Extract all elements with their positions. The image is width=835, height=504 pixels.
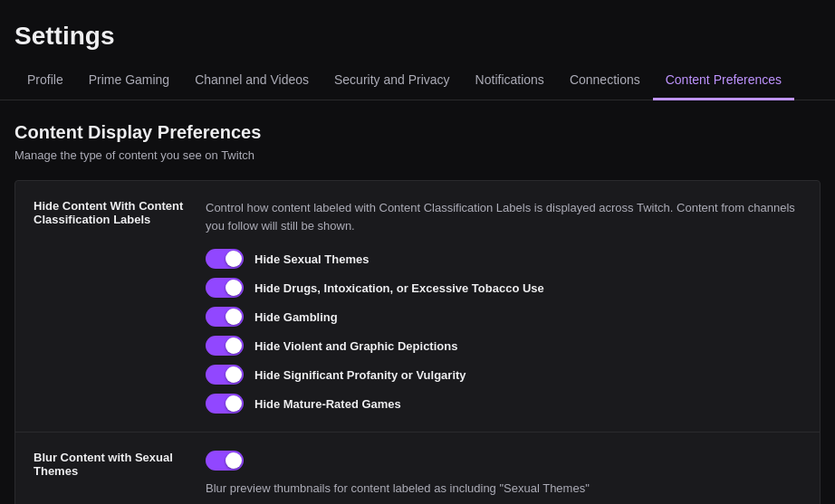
classification-labels-heading: Hide Content With Content Classification… [34,199,206,414]
blur-content-heading: Blur Content with Sexual Themes [34,451,206,498]
nav-tabs: Profile Prime Gaming Channel and Videos … [0,62,835,100]
section-subtitle: Manage the type of content you see on Tw… [14,148,821,162]
toggle-label-mature-games: Hide Mature-Rated Games [254,397,401,411]
toggle-track [206,249,244,269]
toggle-thumb [226,251,242,267]
toggle-hide-mature-games[interactable] [206,394,244,414]
tab-profile[interactable]: Profile [14,62,76,100]
toggle-hide-sexual-themes[interactable] [206,249,244,269]
toggle-label-violent: Hide Violent and Graphic Depictions [254,339,457,353]
classification-labels-row: Hide Content With Content Classification… [15,181,820,433]
tab-content-preferences[interactable]: Content Preferences [653,62,794,100]
content-area: Content Display Preferences Manage the t… [0,100,835,504]
toggle-thumb [226,366,242,383]
blur-content-row: Blur Content with Sexual Themes Blur pre… [15,433,820,504]
tab-notifications[interactable]: Notifications [463,62,557,100]
classification-description: Control how content labeled with Content… [206,199,801,234]
tab-prime-gaming[interactable]: Prime Gaming [76,62,182,100]
blur-controls: Blur preview thumbnails for content labe… [206,451,801,498]
toggle-row-mature-games: Hide Mature-Rated Games [206,394,801,414]
toggle-thumb [226,280,242,296]
classification-controls: Control how content labeled with Content… [206,199,801,414]
toggle-hide-drugs[interactable] [206,278,244,298]
tab-connections[interactable]: Connections [557,62,653,100]
toggle-label-drugs: Hide Drugs, Intoxication, or Excessive T… [254,281,544,295]
toggle-row-violent: Hide Violent and Graphic Depictions [206,336,801,356]
toggle-thumb [226,395,242,412]
toggle-thumb [226,452,242,469]
toggle-thumb [226,309,242,325]
blur-description: Blur preview thumbnails for content labe… [206,480,801,498]
toggle-track [206,278,244,298]
tab-security-and-privacy[interactable]: Security and Privacy [322,62,463,100]
page-title: Settings [14,22,821,51]
settings-card-classification: Hide Content With Content Classification… [14,180,821,504]
toggle-track [206,307,244,327]
toggle-label-profanity: Hide Significant Profanity or Vulgarity [254,368,466,382]
toggle-label-gambling: Hide Gambling [254,310,338,324]
toggle-track [206,394,244,414]
toggle-thumb [226,338,242,354]
toggle-hide-profanity[interactable] [206,365,244,385]
toggle-label-sexual-themes: Hide Sexual Themes [254,252,369,266]
toggle-row-drugs: Hide Drugs, Intoxication, or Excessive T… [206,278,801,298]
toggle-row-blur [206,451,801,471]
section-title: Content Display Preferences [14,122,821,143]
toggle-row-profanity: Hide Significant Profanity or Vulgarity [206,365,801,385]
toggle-row-sexual-themes: Hide Sexual Themes [206,249,801,269]
toggle-blur-sexual-themes[interactable] [206,451,244,471]
toggle-row-gambling: Hide Gambling [206,307,801,327]
toggle-track [206,336,244,356]
toggle-hide-gambling[interactable] [206,307,244,327]
toggle-track [206,451,244,471]
toggle-hide-violent[interactable] [206,336,244,356]
toggle-track [206,365,244,385]
tab-channel-and-videos[interactable]: Channel and Videos [182,62,322,100]
